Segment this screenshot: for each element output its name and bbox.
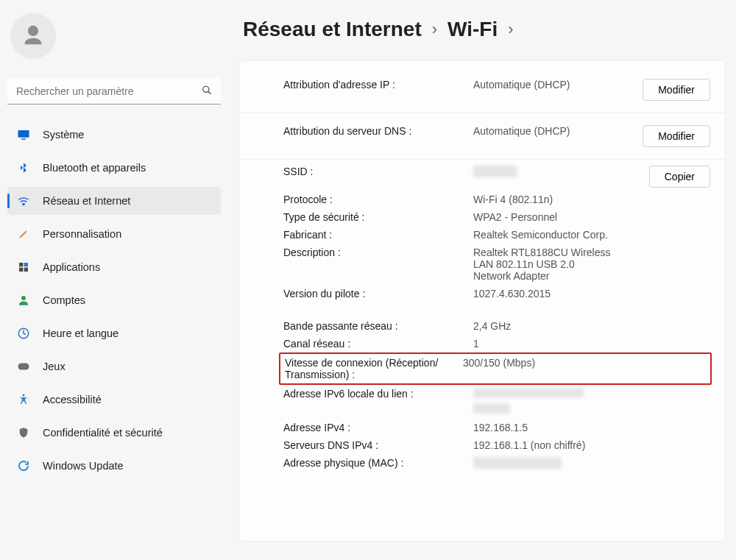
setting-value-redacted [473,457,613,471]
setting-value-redacted [473,388,613,416]
setting-label: Serveurs DNS IPv4 : [283,439,473,451]
chevron-right-icon: › [508,20,513,39]
setting-row-driver: Version du pilote : 1027.4.630.2015 [239,285,725,302]
setting-label: Version du pilote : [283,288,473,300]
bluetooth-icon [16,160,31,175]
setting-value: 192.168.1.5 [473,422,613,433]
setting-label: Attribution du serveur DNS : [283,125,473,137]
setting-value: Realtek Semiconductor Corp. [473,229,613,241]
setting-value: WPA2 - Personnel [473,211,613,223]
svg-rect-8 [24,268,28,272]
setting-label: Attribution d'adresse IP : [283,79,473,91]
setting-row-ipv6-local: Adresse IPv6 locale du lien : [239,385,725,419]
setting-row-dns-assignment: Attribution du serveur DNS : Automatique… [239,116,725,156]
search-container [7,78,221,104]
sidebar-item-apps[interactable]: Applications [7,253,221,281]
copy-button[interactable]: Copier [649,166,710,188]
setting-value: 1 [473,338,613,350]
svg-line-1 [208,91,211,94]
sidebar-item-accounts[interactable]: Comptes [7,286,221,314]
sidebar-item-network[interactable]: Réseau et Internet [7,187,221,215]
sidebar-item-label: Jeux [43,361,66,372]
setting-row-band: Bande passante réseau : 2,4 GHz [239,317,725,335]
apps-icon [16,260,31,274]
setting-label: Adresse physique (MAC) : [283,457,473,469]
svg-point-0 [203,86,209,92]
sidebar-item-gaming[interactable]: Jeux [7,352,221,380]
setting-row-ssid: SSID : Copier [239,163,725,191]
gamepad-icon [16,359,31,374]
setting-value: Wi-Fi 4 (802.11n) [473,194,613,205]
sidebar-item-label: Confidentialité et sécurité [43,427,163,439]
sidebar-item-label: Comptes [43,294,85,306]
breadcrumb-parent[interactable]: Réseau et Internet [243,18,422,41]
sidebar-item-label: Bluetooth et appareils [43,162,146,174]
setting-value: Automatique (DHCP) [473,125,613,137]
brush-icon [16,227,31,241]
svg-rect-5 [19,263,23,266]
modify-button[interactable]: Modifier [643,79,710,101]
setting-row-mac: Adresse physique (MAC) : [239,454,725,474]
sidebar-item-label: Réseau et Internet [43,195,130,207]
setting-row-channel: Canal réseau : 1 [239,335,725,352]
setting-row-vendor: Fabricant : Realtek Semiconductor Corp. [239,226,725,244]
accessibility-icon [16,392,31,407]
monitor-icon [16,127,31,142]
search-input[interactable] [7,78,221,104]
sidebar-item-time-language[interactable]: Heure et langue [7,319,221,347]
svg-point-4 [23,203,24,205]
svg-point-9 [21,296,26,300]
setting-label: Bande passante réseau : [283,320,473,332]
svg-rect-3 [21,138,26,140]
setting-label: Type de sécurité : [283,211,473,223]
sidebar-item-bluetooth[interactable]: Bluetooth et appareils [7,154,221,182]
sidebar-item-label: Applications [43,261,100,273]
sidebar-item-privacy[interactable]: Confidentialité et sécurité [7,419,221,447]
setting-row-dns-ipv4: Serveurs DNS IPv4 : 192.168.1.1 (non chi… [239,436,725,454]
setting-label: Adresse IPv4 : [283,422,473,433]
sidebar-item-label: Accessibilité [43,394,102,405]
shield-icon [16,425,31,440]
sidebar-item-accessibility[interactable]: Accessibilité [7,386,221,414]
sidebar-item-label: Windows Update [43,460,124,472]
modify-button[interactable]: Modifier [643,125,710,147]
setting-value: 300/150 (Mbps) [463,357,603,369]
setting-row-ipv4: Adresse IPv4 : 192.168.1.5 [239,419,725,436]
highlighted-row: Vitesse de connexion (Réception/ Transmi… [279,352,712,385]
setting-label: Description : [283,247,473,258]
setting-value-redacted [473,166,613,180]
setting-value: 1027.4.630.2015 [473,288,613,300]
svg-rect-11 [18,364,29,370]
setting-label: SSID : [283,166,473,177]
setting-label: Fabricant : [283,229,473,241]
setting-label: Protocole : [283,194,473,205]
svg-rect-6 [24,263,28,266]
setting-value: Automatique (DHCP) [473,79,613,91]
person-icon [16,293,31,308]
setting-label: Adresse IPv6 locale du lien : [283,388,473,400]
breadcrumb: Réseau et Internet › Wi-Fi › [243,18,726,41]
svg-rect-7 [19,268,23,272]
sidebar-item-label: Heure et langue [43,327,118,339]
sidebar-item-system[interactable]: Système [7,121,221,149]
chevron-right-icon: › [432,20,437,39]
setting-label: Canal réseau : [283,338,473,350]
wifi-icon [16,194,31,208]
svg-point-12 [23,394,25,397]
setting-row-speed: Vitesse de connexion (Réception/ Transmi… [280,354,710,383]
avatar[interactable] [10,13,56,59]
setting-value: Realtek RTL8188CU Wireless LAN 802.11n U… [473,247,613,282]
sidebar-item-personalization[interactable]: Personnalisation [7,220,221,248]
main-content: Réseau et Internet › Wi-Fi › Attribution… [228,0,736,560]
sidebar-item-label: Personnalisation [43,228,121,240]
setting-row-security: Type de sécurité : WPA2 - Personnel [239,208,725,226]
setting-label: Vitesse de connexion (Réception/ Transmi… [285,357,463,380]
breadcrumb-current[interactable]: Wi-Fi [447,18,498,41]
update-icon [16,458,31,473]
setting-row-description: Description : Realtek RTL8188CU Wireless… [239,244,725,285]
sidebar-item-windows-update[interactable]: Windows Update [7,452,221,480]
setting-row-ip-assignment: Attribution d'adresse IP : Automatique (… [239,70,725,110]
sidebar-item-label: Système [43,129,84,141]
setting-value: 2,4 GHz [473,320,613,332]
settings-panel: Attribution d'adresse IP : Automatique (… [238,60,726,542]
